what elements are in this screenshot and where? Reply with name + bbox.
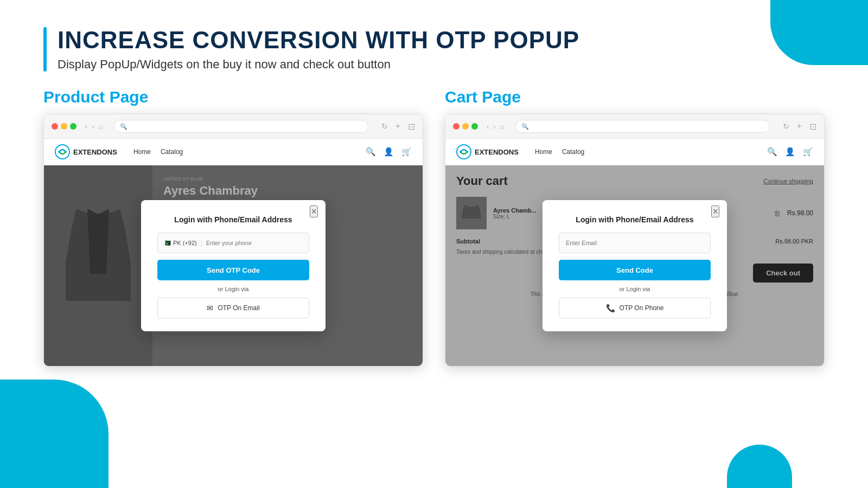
cart-popup-box: × Login with Phone/Email Address Send Co…: [542, 200, 727, 331]
product-store-content: UNITED BY BLUE Ayres Chambray × Login wi…: [44, 165, 423, 366]
product-alt-btn-label: OTP On Email: [218, 304, 259, 312]
expand-icon[interactable]: ⊡: [408, 121, 415, 132]
cart-user-icon[interactable]: 👤: [785, 147, 795, 157]
browser-dots: [52, 123, 76, 130]
cart-or-text: or Login via: [559, 286, 711, 292]
header-block: INCREASE CONVERSION WITH OTP POPUP Displ…: [43, 27, 825, 72]
product-page-label: Product Page: [43, 88, 423, 106]
cart-popup-overlay: × Login with Phone/Email Address Send Co…: [445, 165, 824, 366]
cart-alt-btn-label: OTP On Phone: [620, 304, 664, 312]
email-icon: ✉: [207, 304, 213, 312]
cart-page-label: Cart Page: [445, 88, 825, 106]
cart-content-area: Your cart Continue shopping Ayres Chamb.…: [445, 165, 824, 366]
cart-cart-icon[interactable]: 🛒: [803, 147, 813, 157]
cart-page-panel: Cart Page ‹ › ⌂ 🔍: [445, 88, 825, 367]
cart-store-name: EXTENDONS: [475, 148, 519, 156]
cart-home-icon[interactable]: ⌂: [500, 123, 505, 131]
forward-icon[interactable]: ›: [92, 123, 94, 131]
cart-browser-bar: ‹ › ⌂ 🔍 ↻ + ⊡: [445, 114, 824, 139]
cart-nav-home[interactable]: Home: [535, 148, 552, 156]
cart-back-icon[interactable]: ‹: [487, 123, 489, 131]
header-text: INCREASE CONVERSION WITH OTP POPUP Displ…: [58, 27, 579, 72]
svg-point-1: [58, 151, 60, 153]
back-icon[interactable]: ‹: [85, 123, 87, 131]
product-popup-box: × Login with Phone/Email Address 🇵🇰 PK (…: [141, 200, 326, 331]
dot-green[interactable]: [70, 123, 76, 130]
svg-point-5: [459, 151, 462, 153]
svg-point-4: [457, 145, 471, 159]
product-popup-overlay: × Login with Phone/Email Address 🇵🇰 PK (…: [44, 165, 423, 366]
cart-store-nav: EXTENDONS Home Catalog 🔍 👤 🛒: [445, 139, 824, 165]
cart-otp-phone-button[interactable]: 📞 OTP On Phone: [559, 298, 711, 318]
phone-icon: 📞: [606, 304, 615, 312]
product-store-links: Home Catalog: [133, 148, 366, 156]
product-phone-input[interactable]: [206, 240, 303, 246]
blob-bottom-right: [727, 445, 792, 488]
phone-code-text: PK (+92): [173, 240, 197, 246]
product-phone-input-row[interactable]: 🇵🇰 PK (+92): [157, 233, 309, 253]
new-tab-icon[interactable]: +: [395, 121, 400, 131]
cart-dot-green[interactable]: [471, 123, 478, 130]
product-cart-icon[interactable]: 🛒: [401, 147, 412, 157]
product-store-name: EXTENDONS: [73, 148, 117, 156]
svg-point-0: [55, 145, 69, 159]
product-search-icon[interactable]: 🔍: [366, 147, 376, 157]
product-store-icons: 🔍 👤 🛒: [366, 147, 412, 157]
panels-row: Product Page ‹ › ⌂ 🔍: [43, 88, 825, 367]
product-browser-bar: ‹ › ⌂ 🔍 ↻ + ⊡: [44, 114, 423, 139]
cart-refresh-icon[interactable]: ↻: [783, 122, 789, 131]
cart-send-code-button[interactable]: Send Code: [559, 260, 711, 280]
product-store-nav: EXTENDONS Home Catalog 🔍 👤 🛒: [44, 139, 423, 165]
cart-store-logo: EXTENDONS: [456, 144, 519, 159]
cart-expand-icon[interactable]: ⊡: [809, 121, 816, 132]
cart-store-icons: 🔍 👤 🛒: [767, 147, 813, 157]
product-otp-email-button[interactable]: ✉ OTP On Email: [157, 298, 309, 318]
cart-browser-nav-icons: ‹ › ⌂: [487, 123, 505, 131]
svg-point-2: [65, 151, 67, 153]
product-flag-code: 🇵🇰 PK (+92): [163, 240, 202, 247]
product-nav-home[interactable]: Home: [133, 148, 151, 156]
dot-red[interactable]: [52, 123, 58, 130]
product-browser-mockup: ‹ › ⌂ 🔍 ↻ + ⊡: [43, 114, 423, 367]
cart-forward-icon[interactable]: ›: [493, 123, 495, 131]
extendons-logo-icon: [55, 144, 70, 159]
browser-nav-icons: ‹ › ⌂: [85, 123, 103, 131]
search-url-text: 🔍: [120, 123, 127, 130]
cart-browser-mockup: ‹ › ⌂ 🔍 ↻ + ⊡: [445, 114, 825, 367]
cart-nav-catalog[interactable]: Catalog: [562, 148, 584, 156]
blob-bottom-left: [0, 380, 108, 488]
pakistan-flag: 🇵🇰: [163, 240, 171, 247]
refresh-icon[interactable]: ↻: [381, 122, 388, 131]
cart-email-input[interactable]: [559, 233, 711, 253]
product-store-logo: EXTENDONS: [55, 144, 117, 159]
cart-extendons-logo-icon: [456, 144, 471, 159]
dot-yellow[interactable]: [61, 123, 67, 130]
header-bar: [43, 27, 47, 72]
cart-popup-title: Login with Phone/Email Address: [559, 215, 711, 224]
product-send-otp-button[interactable]: Send OTP Code: [157, 260, 309, 280]
home-icon[interactable]: ⌂: [99, 123, 103, 131]
svg-point-6: [466, 151, 468, 153]
cart-search-url-text: 🔍: [521, 123, 529, 130]
product-browser-search-bar[interactable]: 🔍: [114, 120, 368, 133]
cart-search-icon[interactable]: 🔍: [767, 147, 777, 157]
cart-new-tab-icon[interactable]: +: [797, 121, 802, 131]
main-subtitle: Display PopUp/Widgets on the buy it now …: [58, 57, 579, 72]
cart-dot-yellow[interactable]: [462, 123, 469, 130]
product-user-icon[interactable]: 👤: [384, 147, 394, 157]
product-popup-close[interactable]: ×: [310, 206, 318, 217]
cart-dot-red[interactable]: [453, 123, 459, 130]
product-nav-catalog[interactable]: Catalog: [161, 148, 183, 156]
cart-browser-search-bar[interactable]: 🔍: [515, 120, 770, 133]
product-page-panel: Product Page ‹ › ⌂ 🔍: [43, 88, 423, 367]
cart-popup-close[interactable]: ×: [711, 206, 719, 217]
product-popup-title: Login with Phone/Email Address: [157, 215, 309, 224]
cart-browser-dots: [453, 123, 478, 130]
cart-store-links: Home Catalog: [535, 148, 767, 156]
main-title: INCREASE CONVERSION WITH OTP POPUP: [58, 27, 579, 53]
product-or-text: or Login via: [157, 286, 309, 292]
